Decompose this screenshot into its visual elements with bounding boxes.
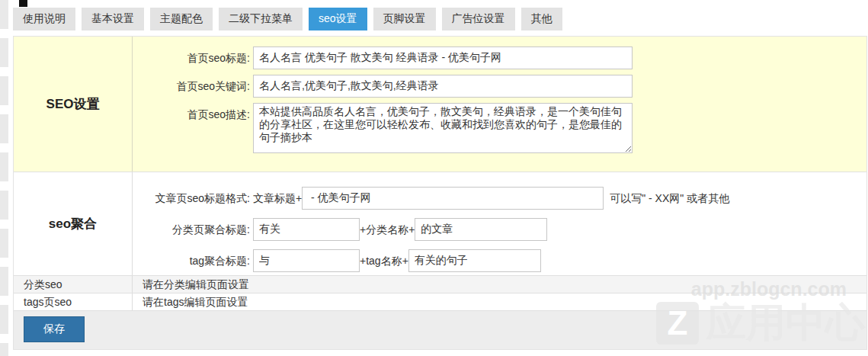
tag-title-label: tag聚合标题:	[133, 249, 253, 272]
category-title-label: 分类页聚合标题:	[133, 218, 253, 241]
category-seo-row: 分类seo 请在分类编辑页面设置	[14, 276, 866, 293]
clipped-element	[19, 0, 27, 7]
category-seo-text: 请在分类编辑页面设置	[132, 276, 866, 293]
home-seo-keywords-row: 首页seo关键词:	[133, 75, 866, 98]
home-seo-description-textarea[interactable]: 本站提供高品质名人名言，优美句子，散文美句，经典语录，是一个美句佳句的分享社区，…	[253, 103, 633, 153]
home-seo-description-label: 首页seo描述:	[133, 103, 253, 126]
article-title-prefix: 文章标题+	[253, 187, 302, 210]
save-button[interactable]: 保存	[24, 316, 85, 342]
home-seo-keywords-label: 首页seo关键词:	[133, 75, 253, 98]
category-name-placeholder: +分类名称+	[360, 218, 415, 241]
tab-footer-settings[interactable]: 页脚设置	[373, 8, 436, 30]
home-seo-title-input[interactable]	[253, 47, 633, 69]
settings-tabbar: 使用说明 基本设置 主题配色 二级下拉菜单 seo设置 页脚设置 广告位设置 其…	[13, 8, 562, 30]
section-seo: SEO设置 首页seo标题: 首页seo关键词: 首页seo描述: 本站提供高品…	[14, 37, 866, 172]
article-title-format-label: 文章页seo标题格式:	[133, 187, 253, 210]
tags-seo-row: tags页seo 请在tags编辑页面设置	[14, 293, 866, 311]
tag-name-placeholder: +tag名称+	[360, 249, 408, 272]
tag-title-prefix-input[interactable]	[253, 249, 360, 272]
category-title-prefix-input[interactable]	[253, 218, 360, 241]
section-seo-title: SEO设置	[14, 37, 132, 172]
home-seo-title-label: 首页seo标题:	[133, 47, 253, 69]
tab-theme-colors[interactable]: 主题配色	[150, 8, 213, 30]
tab-ad-settings[interactable]: 广告位设置	[442, 8, 515, 30]
home-seo-title-row: 首页seo标题:	[133, 47, 866, 69]
seo-settings-panel: SEO设置 首页seo标题: 首页seo关键词: 首页seo描述: 本站提供高品…	[13, 36, 867, 350]
tags-seo-label: tags页seo	[14, 293, 132, 310]
save-row: 保存	[14, 311, 866, 349]
tags-seo-text: 请在tags编辑页面设置	[132, 293, 866, 310]
clipped-sidebar-strip	[0, 0, 8, 356]
tab-usage-guide[interactable]: 使用说明	[13, 8, 75, 30]
category-seo-label: 分类seo	[14, 276, 132, 293]
category-title-row: 分类页聚合标题: +分类名称+	[133, 218, 866, 241]
tab-other[interactable]: 其他	[521, 8, 562, 30]
home-seo-description-row: 首页seo描述: 本站提供高品质名人名言，优美句子，散文美句，经典语录，是一个美…	[133, 103, 866, 153]
tag-title-row: tag聚合标题: +tag名称+	[133, 249, 866, 272]
section-seo-aggregate: seo聚合 文章页seo标题格式: 文章标题+ 可以写" - XX网" 或者其他…	[14, 172, 866, 276]
article-title-hint: 可以写" - XX网" 或者其他	[610, 187, 729, 210]
article-title-suffix-input[interactable]	[302, 187, 604, 210]
tab-basic-settings[interactable]: 基本设置	[82, 8, 144, 30]
category-title-suffix-input[interactable]	[415, 218, 547, 241]
section-aggregate-title: seo聚合	[14, 172, 132, 275]
tab-seo-settings[interactable]: seo设置	[309, 8, 367, 30]
page: 使用说明 基本设置 主题配色 二级下拉菜单 seo设置 页脚设置 广告位设置 其…	[0, 0, 868, 356]
article-title-format-row: 文章页seo标题格式: 文章标题+ 可以写" - XX网" 或者其他	[133, 187, 866, 210]
tag-title-suffix-input[interactable]	[408, 249, 541, 272]
tab-dropdown-menu[interactable]: 二级下拉菜单	[219, 8, 303, 30]
home-seo-keywords-input[interactable]	[253, 75, 633, 98]
